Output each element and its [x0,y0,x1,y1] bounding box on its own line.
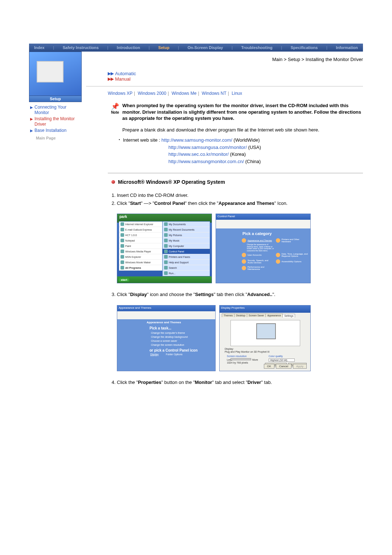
os-xp[interactable]: Windows XP [108,91,132,96]
mode-links: ▶▶Automatic ▶▶Manual [86,69,363,85]
nav-safety[interactable]: Safety Instructions [61,45,100,50]
step-1: Insert CD into the CD-ROM driver. [117,192,363,199]
sidebar-link-base[interactable]: Base Installation [34,128,66,133]
top-nav: Index| Safety Instructions| Introduction… [29,44,363,52]
mode-automatic[interactable]: Automatic [115,71,136,76]
bullet-ball-icon [111,180,115,184]
os-linux[interactable]: Linux [232,91,242,96]
website-ww[interactable]: http://www.samsung-monitor.com/ [162,137,232,143]
website-kr[interactable]: http://www.sec.co.kr/monitor/ [168,151,229,157]
screenshot-start-menu: park Internet Internet Explorer E-mail O… [117,214,212,283]
breadcrumb: Main > Setup > Installing the Monitor Dr… [86,52,363,69]
nav-setup[interactable]: Setup [157,45,171,50]
nav-intro[interactable]: Introduction [115,45,142,50]
website-cn[interactable]: http://www.samsungmonitor.com.cn/ [168,159,244,164]
os-nt[interactable]: Windows NT [202,91,226,96]
step-4: Click the "Properties" button on the "Mo… [117,379,363,386]
sidebar-link-installing[interactable]: Installing the Monitor Driver [34,116,82,127]
nav-info[interactable]: Information [334,45,359,50]
note-text: When prompted by the operating system fo… [122,102,363,122]
nav-index[interactable]: Index [33,45,46,50]
mode-manual[interactable]: Manual [115,76,131,82]
xp-heading: Microsoft® Windows® XP Operating System [118,179,225,185]
sidebar-link-connecting[interactable]: Connecting Your Monitor [34,105,82,116]
steps-list-2: Click "Display" icon and choose the "Set… [86,290,363,298]
nav-trouble[interactable]: Troubleshooting [240,45,274,50]
nav-specs[interactable]: Specifications [289,45,319,50]
website-usa[interactable]: http://www.samsungusa.com/monitor/ [168,145,247,150]
steps-list: Insert CD into the CD-ROM driver. Click … [86,191,363,207]
steps-list-3: Click the "Properties" button on the "Mo… [86,378,363,386]
prepare-text: Prepare a blank disk and download the dr… [86,122,363,133]
os-links: Windows XP| Windows 2000| Windows Me| Wi… [86,89,363,97]
sidebar-monitor-image [29,52,82,96]
step-3: Click "Display" icon and choose the "Set… [117,291,363,298]
sidebar: Setup ▶Connecting Your Monitor ▶Installi… [29,52,82,390]
screenshot-control-panel: Control Panel Pick a category Appearance… [216,214,311,283]
sidebar-mainpage[interactable]: Main Page [30,134,82,140]
website-intro: Internet web site : [123,137,162,143]
nav-osd[interactable]: On-Screen Display [186,45,225,50]
step-2: Click "Start" —> "Control Panel" then cl… [117,200,363,207]
os-2000[interactable]: Windows 2000 [138,91,167,96]
screenshot-appearance-themes: Appearance and Themes Appearance and The… [117,305,216,371]
note-icon: 📌Note [108,102,122,114]
screenshot-display-properties: Display Properties Themes Desktop Screen… [219,305,311,371]
bullet-icon: ● [119,138,120,144]
sidebar-section-label: Setup [29,96,82,102]
os-me[interactable]: Windows Me [172,91,197,96]
